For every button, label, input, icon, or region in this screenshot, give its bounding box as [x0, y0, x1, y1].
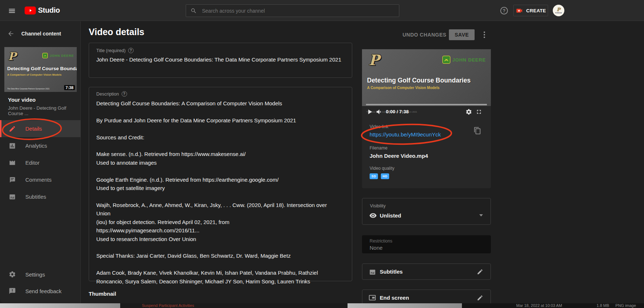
background-window-strip: Suspend Participant Activities Mar 18, 2…	[0, 303, 644, 308]
subtitles-icon	[9, 193, 16, 201]
video-title-truncated: John Deere - Detecting Golf Course ...	[8, 105, 80, 116]
sidebar-item-label: Send feedback	[25, 288, 62, 294]
more-options-icon[interactable]	[481, 30, 488, 39]
copy-icon[interactable]	[473, 127, 481, 135]
subtitles-icon	[369, 269, 376, 276]
sidebar-item-comments[interactable]: Comments	[0, 171, 81, 188]
artwork-footer: The Data Mine Corporate Partners Symposi…	[7, 88, 50, 90]
sidebar-item-details[interactable]: Details	[0, 120, 81, 137]
avatar-caption: PURDUE	[555, 12, 562, 14]
youtube-studio-window: Studio ? CREATE P PURDUE	[0, 0, 644, 303]
studio-logo-text: Studio	[38, 6, 60, 14]
eye-icon	[369, 212, 377, 219]
sidebar: Channel content P JOHN DEERE Detecting G…	[0, 21, 81, 303]
play-icon[interactable]	[366, 108, 374, 116]
save-button[interactable]: SAVE	[449, 29, 475, 40]
sidebar-item-label: Details	[25, 126, 42, 132]
background-window-text: Suspend Participant Activities	[142, 303, 194, 308]
title-field-value[interactable]: John Deere - Detecting Golf Course Bound…	[96, 56, 341, 63]
background-strip-mid: Suspend Participant Activities	[120, 303, 348, 308]
sidebar-item-subtitles[interactable]: Subtitles	[0, 188, 81, 205]
pencil-icon	[9, 125, 16, 132]
background-strip-scroll	[348, 303, 462, 308]
sidebar-item-label: Comments	[25, 177, 52, 183]
edit-icon[interactable]	[477, 295, 483, 301]
help-icon[interactable]: ?	[128, 48, 134, 53]
volume-icon[interactable]	[376, 108, 383, 115]
description-field-value[interactable]: Detecting Golf Course Boundaries: A Comp…	[96, 99, 332, 286]
camcorder-icon	[515, 7, 523, 14]
description-field[interactable]: Description ? Detecting Golf Course Boun…	[89, 87, 352, 281]
fullscreen-icon[interactable]	[476, 109, 482, 115]
restrictions-field: Restrictions None	[362, 235, 491, 253]
john-deere-logo: JOHN DEERE	[442, 56, 486, 64]
screen: Suspend Participant Activities Mar 18, 2…	[0, 0, 644, 308]
back-label: Channel content	[21, 31, 61, 37]
john-deere-wordmark: JOHN DEERE	[452, 57, 486, 63]
artwork-subtitle: A Comparison of Computer Vision Models	[367, 86, 439, 90]
title-field-label: Title (required)	[96, 48, 126, 53]
help-icon[interactable]: ?	[122, 91, 127, 97]
sidebar-item-label: Editor	[25, 160, 39, 166]
create-button[interactable]: CREATE	[513, 5, 548, 16]
editor-icon	[9, 159, 16, 166]
account-avatar[interactable]: P PURDUE	[553, 5, 564, 16]
sidebar-item-editor[interactable]: Editor	[0, 154, 81, 171]
video-player[interactable]: P JOHN DEERE Detecting Golf Course Bound…	[362, 49, 491, 106]
artwork-subtitle: A Comparison of Computer Vision Models	[7, 73, 62, 76]
subtitles-panel[interactable]: Subtitles	[362, 263, 491, 280]
page-title: Video details	[89, 27, 144, 37]
video-thumbnail[interactable]: P JOHN DEERE Detecting Golf Course Bound…	[4, 47, 77, 92]
file-info-bar: Mar 18, 2022 at 10:03 AM 1.8 MB PNG imag…	[462, 303, 644, 308]
player-progress-bar[interactable]	[366, 104, 487, 105]
restrictions-value: None	[370, 245, 383, 251]
your-video-label: Your video	[8, 97, 35, 103]
search-input[interactable]	[202, 8, 395, 14]
end-screen-panel[interactable]: End screen	[362, 290, 491, 303]
sidebar-item-label: Subtitles	[25, 194, 46, 200]
feedback-icon	[9, 287, 16, 295]
john-deere-wordmark: JOHN DEERE	[50, 54, 74, 58]
channel-search[interactable]	[186, 4, 399, 17]
player-time: 0:00 / 7:38	[386, 109, 409, 114]
sidebar-item-analytics[interactable]: Analytics	[0, 137, 81, 154]
john-deere-deer-icon	[42, 53, 48, 58]
filename-value: John Deere Video.mp4	[370, 153, 428, 159]
back-to-channel-content[interactable]: Channel content	[0, 29, 81, 39]
file-date: Mar 18, 2022 at 10:03 AM	[516, 303, 562, 308]
youtube-play-icon	[25, 7, 36, 14]
help-icon[interactable]: ?	[500, 7, 508, 14]
sidebar-item-label: Settings	[25, 271, 45, 278]
duration-badge: 7:38	[64, 85, 75, 90]
video-quality-label: Video quality	[370, 166, 395, 171]
title-field[interactable]: Title (required) ? John Deere - Detectin…	[89, 43, 352, 78]
undo-changes-button[interactable]: UNDO CHANGES	[403, 32, 446, 38]
end-screen-panel-label: End screen	[380, 295, 409, 301]
filename-label: Filename	[370, 145, 387, 151]
back-arrow-icon[interactable]	[7, 30, 14, 37]
purdue-logo: P	[369, 51, 379, 68]
restrictions-label: Restrictions	[370, 239, 392, 244]
video-link[interactable]: https://youtu.be/yMI9ecunYck	[370, 131, 441, 138]
artwork-title: Detecting Golf Course Boundaries	[7, 66, 77, 71]
video-preview-card: P JOHN DEERE Detecting Golf Course Bound…	[362, 49, 491, 188]
studio-logo[interactable]: Studio	[25, 6, 60, 14]
john-deere-logo: JOHN DEERE	[42, 53, 74, 58]
search-icon	[190, 8, 197, 14]
video-nav: Details Analytics Editor Comments Subtit…	[0, 120, 81, 205]
hd-badge: HD	[381, 173, 389, 179]
visibility-label: Visibility	[370, 203, 386, 208]
top-bar: Studio ? CREATE P PURDUE	[0, 0, 644, 21]
edit-icon[interactable]	[477, 269, 483, 275]
comments-icon	[9, 176, 16, 183]
visibility-dropdown[interactable]: Visibility Unlisted	[362, 198, 491, 225]
player-controls: The Data Mine Corporate Partners Symposi…	[362, 106, 491, 118]
sidebar-item-settings[interactable]: Settings	[0, 266, 81, 282]
quality-badges: SD HD	[370, 173, 389, 179]
end-screen-icon	[369, 295, 376, 300]
sidebar-item-send-feedback[interactable]: Send feedback	[0, 283, 81, 299]
chevron-down-icon	[479, 214, 483, 216]
file-kind: PNG image	[615, 303, 636, 308]
player-settings-icon[interactable]	[466, 109, 472, 115]
menu-icon[interactable]	[8, 7, 16, 14]
